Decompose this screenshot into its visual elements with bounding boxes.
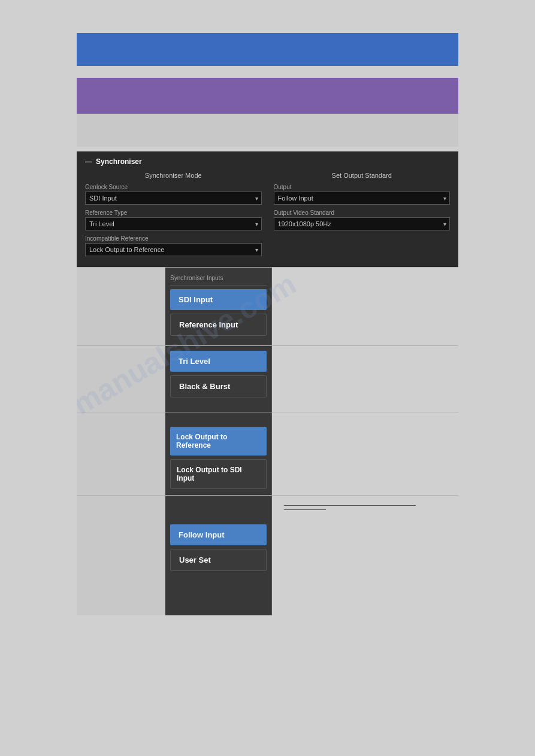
- reference-type-label: Reference Type: [85, 210, 262, 216]
- tri-level-option[interactable]: Tri Level: [170, 351, 267, 372]
- row2-left: [77, 346, 165, 412]
- black-burst-option[interactable]: Black & Burst: [170, 375, 267, 397]
- row1-right: [272, 268, 458, 345]
- reference-input-option[interactable]: Reference Input: [170, 314, 267, 336]
- lock-output-to-sdi-option[interactable]: Lock Output to SDI Input: [170, 459, 267, 489]
- gray-bar: [77, 114, 458, 147]
- row2-right: [272, 346, 458, 412]
- output-label: Output: [274, 184, 451, 190]
- incompatible-reference-select[interactable]: Lock Output to Reference: [85, 243, 262, 256]
- sync-title: — Synchroniser: [85, 157, 450, 166]
- dropdown-header-label: Synchroniser Inputs: [170, 272, 267, 286]
- row4-middle: Follow Input User Set: [165, 496, 272, 615]
- user-set-option[interactable]: User Set: [170, 549, 267, 571]
- row4-left: [77, 496, 165, 615]
- reference-type-select[interactable]: Tri Level: [85, 217, 262, 230]
- row1-left: [77, 268, 165, 345]
- top-blue-bar: [77, 33, 458, 66]
- set-output-title: Set Output Standard: [274, 172, 451, 179]
- reference-type-dropdown-row: Tri Level Black & Burst: [77, 345, 458, 412]
- genlock-dropdown-row: Synchroniser Inputs SDI Input Reference …: [77, 267, 458, 345]
- follow-input-option[interactable]: Follow Input: [170, 524, 267, 545]
- dropdown-section-wrapper: manualshive.com Synchroniser Inputs SDI …: [77, 267, 458, 615]
- sync-mode-title: Synchroniser Mode: [85, 172, 262, 179]
- row3-right: [272, 412, 458, 495]
- output-video-standard-select[interactable]: 1920x1080p 50Hz: [274, 217, 451, 230]
- genlock-source-select[interactable]: SDI Input: [85, 192, 262, 205]
- row4-right: [272, 496, 458, 615]
- row3-middle: Lock Output to Reference Lock Output to …: [165, 412, 272, 495]
- purple-bar: [77, 78, 458, 114]
- row3-left: [77, 412, 165, 495]
- sdi-input-option[interactable]: SDI Input: [170, 289, 267, 310]
- synchroniser-panel: — Synchroniser Synchroniser Mode Genlock…: [77, 151, 458, 267]
- output-spacer: [170, 500, 267, 524]
- lock-output-to-reference-spacer: [170, 417, 267, 427]
- collapse-icon[interactable]: —: [85, 157, 92, 166]
- output-video-standard-label: Output Video Standard: [274, 210, 451, 216]
- genlock-source-label: Genlock Source: [85, 184, 262, 190]
- output-select[interactable]: Follow Input: [274, 192, 451, 205]
- row2-middle: Tri Level Black & Burst: [165, 346, 272, 412]
- output-dropdown-row: Follow Input User Set: [77, 495, 458, 615]
- row1-middle: Synchroniser Inputs SDI Input Reference …: [165, 268, 272, 345]
- incompatible-reference-label: Incompatible Reference: [85, 235, 262, 242]
- lock-output-to-reference-option[interactable]: Lock Output to Reference: [170, 427, 267, 456]
- incompatible-ref-dropdown-row: Lock Output to Reference Lock Output to …: [77, 412, 458, 495]
